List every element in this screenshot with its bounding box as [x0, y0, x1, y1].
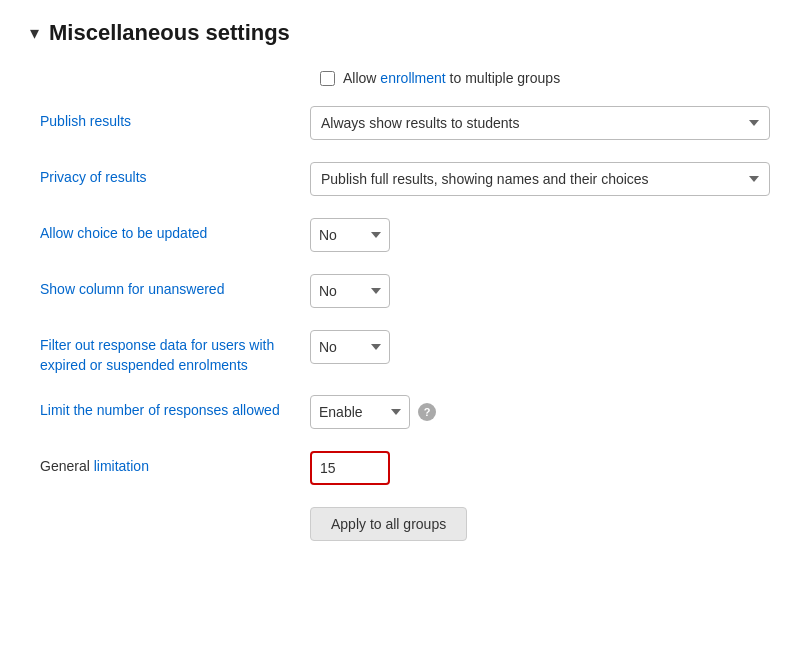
section-header: ▾ Miscellaneous settings [30, 20, 780, 46]
publish-results-select[interactable]: Always show results to students Do not p… [310, 106, 770, 140]
setting-row-limit-responses: Limit the number of responses allowed En… [40, 395, 780, 431]
setting-row-privacy-results: Privacy of results Publish full results,… [40, 162, 780, 198]
setting-row-allow-choice-updated: Allow choice to be updated No Yes [40, 218, 780, 254]
enrollment-text-suffix: to multiple groups [446, 70, 560, 86]
limit-responses-control: Enable Disable ? [310, 395, 780, 429]
privacy-results-control: Publish full results, showing names and … [310, 162, 780, 196]
enrollment-checkbox[interactable] [320, 71, 335, 86]
allow-choice-updated-label: Allow choice to be updated [40, 218, 310, 244]
show-column-control: No Yes [310, 274, 780, 308]
allow-choice-label-text: Allow choice to be updated [40, 225, 207, 241]
show-column-label: Show column for unanswered [40, 274, 310, 300]
privacy-results-select[interactable]: Publish full results, showing names and … [310, 162, 770, 196]
filter-response-label-text: Filter out response data for users with … [40, 337, 274, 373]
help-icon[interactable]: ? [418, 403, 436, 421]
show-column-select[interactable]: No Yes [310, 274, 390, 308]
enrollment-link[interactable]: enrollment [380, 70, 445, 86]
limit-responses-select[interactable]: Enable Disable [310, 395, 410, 429]
allow-enrollment-text: Allow [343, 70, 380, 86]
limit-responses-label-text: Limit the number of responses allowed [40, 402, 280, 418]
section-title: Miscellaneous settings [49, 20, 290, 46]
limit-responses-label: Limit the number of responses allowed [40, 395, 310, 421]
enrollment-row: Allow enrollment to multiple groups [40, 70, 780, 86]
publish-label-text: Publish results [40, 113, 131, 129]
privacy-label-text: Privacy of results [40, 169, 147, 185]
setting-row-publish-results: Publish results Always show results to s… [40, 106, 780, 142]
filter-response-label: Filter out response data for users with … [40, 330, 310, 375]
chevron-icon[interactable]: ▾ [30, 22, 39, 44]
publish-results-label: Publish results [40, 106, 310, 132]
enrollment-label: Allow enrollment to multiple groups [343, 70, 560, 86]
setting-row-filter-response: Filter out response data for users with … [40, 330, 780, 375]
allow-choice-updated-select[interactable]: No Yes [310, 218, 390, 252]
general-limitation-control [310, 451, 780, 485]
settings-content: Allow enrollment to multiple groups Publ… [30, 70, 780, 541]
general-limitation-label-text: General limitation [40, 458, 149, 474]
apply-to-all-groups-button[interactable]: Apply to all groups [310, 507, 467, 541]
filter-response-control: No Yes [310, 330, 780, 364]
general-limitation-input[interactable] [310, 451, 390, 485]
allow-choice-updated-control: No Yes [310, 218, 780, 252]
setting-row-show-column: Show column for unanswered No Yes [40, 274, 780, 310]
show-column-label-text: Show column for unanswered [40, 281, 224, 297]
general-limitation-label: General limitation [40, 451, 310, 477]
page-container: ▾ Miscellaneous settings Allow enrollmen… [0, 0, 810, 561]
setting-row-general-limitation: General limitation [40, 451, 780, 487]
privacy-results-label: Privacy of results [40, 162, 310, 188]
publish-results-control: Always show results to students Do not p… [310, 106, 780, 140]
filter-response-select[interactable]: No Yes [310, 330, 390, 364]
